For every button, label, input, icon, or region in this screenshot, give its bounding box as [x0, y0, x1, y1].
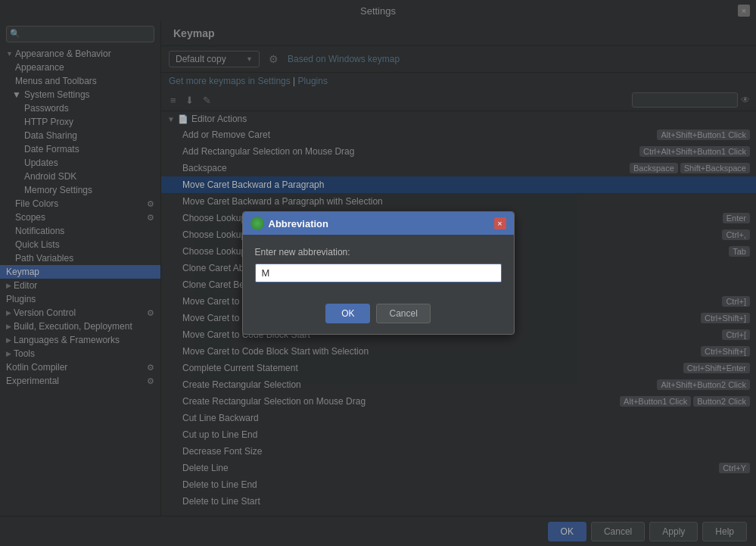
- modal-close-button[interactable]: ×: [494, 217, 506, 229]
- modal-label: Enter new abbreviation:: [255, 247, 502, 257]
- modal-footer: OK Cancel: [243, 304, 514, 334]
- modal-cancel-button[interactable]: Cancel: [376, 304, 430, 323]
- app-icon: [250, 217, 264, 230]
- modal-header: Abbreviation ×: [243, 212, 514, 235]
- abbreviation-dialog: Abbreviation × Enter new abbreviation: O…: [242, 211, 515, 335]
- modal-body: Enter new abbreviation:: [243, 235, 514, 304]
- modal-overlay: Abbreviation × Enter new abbreviation: O…: [0, 0, 756, 546]
- modal-ok-button[interactable]: OK: [325, 304, 370, 323]
- modal-title: Abbreviation: [250, 217, 328, 230]
- abbreviation-input[interactable]: [255, 264, 502, 282]
- modal-title-text: Abbreviation: [269, 218, 328, 229]
